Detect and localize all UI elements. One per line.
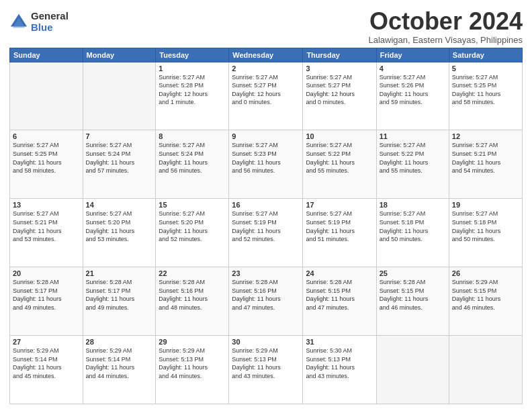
day-number: 10 [306,132,373,140]
day-number: 23 [232,269,300,277]
calendar-cell: 15Sunrise: 5:27 AM Sunset: 5:20 PM Dayli… [156,199,229,267]
calendar-cell: 2Sunrise: 5:27 AM Sunset: 5:27 PM Daylig… [229,62,303,130]
day-number: 30 [232,338,300,346]
calendar-cell: 16Sunrise: 5:27 AM Sunset: 5:19 PM Dayli… [229,199,303,267]
day-number: 12 [452,132,519,140]
calendar-cell: 23Sunrise: 5:28 AM Sunset: 5:16 PM Dayli… [229,267,303,336]
day-number: 26 [452,269,519,277]
calendar-cell: 19Sunrise: 5:27 AM Sunset: 5:18 PM Dayli… [449,199,522,267]
day-number: 5 [452,64,519,73]
day-info: Sunrise: 5:27 AM Sunset: 5:21 PM Dayligh… [13,210,80,243]
day-number: 24 [306,269,373,277]
logo-text: General Blue [31,11,69,33]
col-header-sunday: Sunday [10,48,83,62]
day-info: Sunrise: 5:27 AM Sunset: 5:26 PM Dayligh… [380,73,446,107]
day-number: 27 [13,338,80,346]
col-header-saturday: Saturday [449,48,522,62]
col-header-thursday: Thursday [303,48,376,62]
day-info: Sunrise: 5:28 AM Sunset: 5:16 PM Dayligh… [232,278,300,312]
day-info: Sunrise: 5:27 AM Sunset: 5:27 PM Dayligh… [232,73,300,107]
day-number: 6 [13,132,80,140]
day-info: Sunrise: 5:27 AM Sunset: 5:19 PM Dayligh… [232,210,300,243]
col-header-friday: Friday [376,48,449,62]
day-info: Sunrise: 5:27 AM Sunset: 5:20 PM Dayligh… [86,210,153,243]
calendar-cell [10,62,83,130]
day-number: 18 [380,201,446,209]
day-number: 28 [86,338,153,346]
day-info: Sunrise: 5:28 AM Sunset: 5:15 PM Dayligh… [306,278,373,312]
day-info: Sunrise: 5:27 AM Sunset: 5:25 PM Dayligh… [452,73,519,107]
col-header-monday: Monday [83,48,156,62]
day-number: 22 [159,269,226,277]
calendar-table: SundayMondayTuesdayWednesdayThursdayFrid… [9,48,523,404]
logo-icon [9,13,28,32]
day-info: Sunrise: 5:29 AM Sunset: 5:14 PM Dayligh… [86,347,153,380]
page: General Blue October 2024 Lalawigan, Eas… [0,0,532,411]
day-info: Sunrise: 5:27 AM Sunset: 5:24 PM Dayligh… [86,141,153,175]
calendar-cell: 9Sunrise: 5:27 AM Sunset: 5:23 PM Daylig… [229,130,303,199]
day-number: 3 [306,64,373,73]
logo-general-text: General [31,11,69,22]
calendar-cell: 12Sunrise: 5:27 AM Sunset: 5:21 PM Dayli… [449,130,522,199]
calendar-cell: 28Sunrise: 5:29 AM Sunset: 5:14 PM Dayli… [83,336,156,404]
week-row-5: 27Sunrise: 5:29 AM Sunset: 5:14 PM Dayli… [10,336,523,404]
title-area: October 2024 Lalawigan, Eastern Visayas,… [368,8,523,45]
day-number: 2 [232,64,300,73]
calendar-cell: 21Sunrise: 5:28 AM Sunset: 5:17 PM Dayli… [83,267,156,336]
day-number: 4 [380,64,446,73]
week-row-3: 13Sunrise: 5:27 AM Sunset: 5:21 PM Dayli… [10,199,523,267]
day-info: Sunrise: 5:27 AM Sunset: 5:22 PM Dayligh… [380,141,446,175]
day-number: 31 [306,338,373,346]
day-info: Sunrise: 5:27 AM Sunset: 5:28 PM Dayligh… [159,73,226,107]
calendar-cell: 1Sunrise: 5:27 AM Sunset: 5:28 PM Daylig… [156,62,229,130]
day-number: 8 [159,132,226,140]
calendar-cell: 6Sunrise: 5:27 AM Sunset: 5:25 PM Daylig… [10,130,83,199]
day-info: Sunrise: 5:29 AM Sunset: 5:15 PM Dayligh… [452,278,519,312]
col-header-tuesday: Tuesday [156,48,229,62]
day-info: Sunrise: 5:28 AM Sunset: 5:16 PM Dayligh… [159,278,226,312]
calendar-cell: 5Sunrise: 5:27 AM Sunset: 5:25 PM Daylig… [449,62,522,130]
day-info: Sunrise: 5:27 AM Sunset: 5:20 PM Dayligh… [159,210,226,243]
day-info: Sunrise: 5:27 AM Sunset: 5:23 PM Dayligh… [232,141,300,175]
day-number: 1 [159,64,226,73]
day-number: 29 [159,338,226,346]
location: Lalawigan, Eastern Visayas, Philippines [368,35,523,45]
calendar-cell: 7Sunrise: 5:27 AM Sunset: 5:24 PM Daylig… [83,130,156,199]
calendar-cell: 30Sunrise: 5:29 AM Sunset: 5:13 PM Dayli… [229,336,303,404]
day-number: 7 [86,132,153,140]
calendar-cell [449,336,522,404]
calendar-cell: 11Sunrise: 5:27 AM Sunset: 5:22 PM Dayli… [376,130,449,199]
calendar-cell [83,62,156,130]
day-number: 21 [86,269,153,277]
header: General Blue October 2024 Lalawigan, Eas… [9,8,523,45]
day-number: 20 [13,269,80,277]
calendar-cell: 3Sunrise: 5:27 AM Sunset: 5:27 PM Daylig… [303,62,376,130]
week-row-2: 6Sunrise: 5:27 AM Sunset: 5:25 PM Daylig… [10,130,523,199]
day-number: 17 [306,201,373,209]
day-number: 25 [380,269,446,277]
week-row-1: 1Sunrise: 5:27 AM Sunset: 5:28 PM Daylig… [10,62,523,130]
calendar-cell: 29Sunrise: 5:29 AM Sunset: 5:13 PM Dayli… [156,336,229,404]
day-info: Sunrise: 5:27 AM Sunset: 5:25 PM Dayligh… [13,141,80,175]
logo: General Blue [9,11,69,33]
calendar-cell: 8Sunrise: 5:27 AM Sunset: 5:24 PM Daylig… [156,130,229,199]
header-row: SundayMondayTuesdayWednesdayThursdayFrid… [10,48,523,62]
calendar-cell: 26Sunrise: 5:29 AM Sunset: 5:15 PM Dayli… [449,267,522,336]
calendar-cell: 24Sunrise: 5:28 AM Sunset: 5:15 PM Dayli… [303,267,376,336]
day-number: 13 [13,201,80,209]
day-info: Sunrise: 5:27 AM Sunset: 5:24 PM Dayligh… [159,141,226,175]
day-info: Sunrise: 5:27 AM Sunset: 5:18 PM Dayligh… [452,210,519,243]
day-number: 19 [452,201,519,209]
calendar-cell [376,336,449,404]
month-title: October 2024 [368,8,523,35]
day-info: Sunrise: 5:29 AM Sunset: 5:13 PM Dayligh… [159,347,226,380]
day-number: 14 [86,201,153,209]
logo-blue-text: Blue [31,22,69,34]
day-number: 9 [232,132,300,140]
day-number: 16 [232,201,300,209]
calendar-cell: 17Sunrise: 5:27 AM Sunset: 5:19 PM Dayli… [303,199,376,267]
day-info: Sunrise: 5:27 AM Sunset: 5:21 PM Dayligh… [452,141,519,175]
calendar-cell: 22Sunrise: 5:28 AM Sunset: 5:16 PM Dayli… [156,267,229,336]
calendar-cell: 14Sunrise: 5:27 AM Sunset: 5:20 PM Dayli… [83,199,156,267]
calendar-cell: 20Sunrise: 5:28 AM Sunset: 5:17 PM Dayli… [10,267,83,336]
